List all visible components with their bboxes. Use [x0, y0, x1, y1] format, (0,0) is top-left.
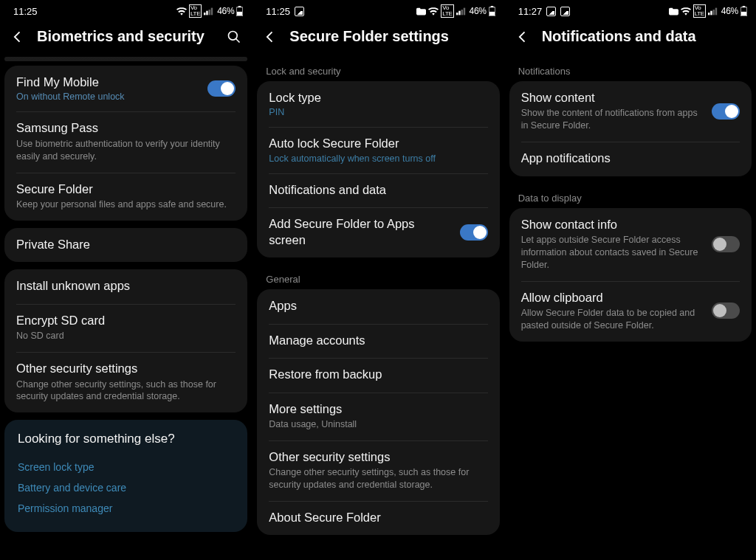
status-time: 11:25 — [266, 6, 290, 17]
row-title: Private Share — [16, 237, 236, 252]
row-title: Encrypt SD card — [16, 313, 236, 328]
toggle-show-content[interactable] — [712, 103, 740, 120]
svg-rect-10 — [461, 10, 462, 15]
row-secure-folder[interactable]: Secure Folder Keep your personal files a… — [4, 173, 247, 221]
row-more-settings[interactable]: More settings Data usage, Uninstall — [257, 393, 499, 440]
volte-icon: VoLTE — [693, 4, 706, 18]
screen-biometrics-security: 11:25 VoLTE 46% Biometrics and security … — [0, 0, 252, 560]
row-title: Find My Mobile — [16, 75, 196, 90]
row-show-content[interactable]: Show content Show the content of notific… — [509, 81, 752, 142]
svg-rect-14 — [489, 12, 495, 15]
back-icon[interactable] — [515, 30, 530, 44]
row-other-security-settings[interactable]: Other security settings Change other sec… — [257, 440, 499, 501]
row-install-unknown-apps[interactable]: Install unknown apps — [4, 269, 247, 303]
suggestions-card: Looking for something else? Screen lock … — [4, 420, 247, 532]
row-title: Restore from backup — [269, 367, 487, 382]
volte-icon: VoLTE — [189, 4, 202, 18]
row-samsung-pass[interactable]: Samsung Pass Use biometric authenticatio… — [4, 111, 247, 172]
secure-folder-status-icon — [669, 7, 678, 15]
suggestions-heading: Looking for something else? — [18, 432, 234, 446]
row-subtitle: Let apps outside Secure Folder access in… — [521, 234, 700, 272]
row-private-share[interactable]: Private Share — [4, 228, 247, 262]
link-battery-device-care[interactable]: Battery and device care — [18, 477, 234, 498]
header: Secure Folder settings — [252, 21, 504, 57]
page-title: Notifications and data — [542, 28, 746, 45]
row-title: Samsung Pass — [16, 120, 236, 136]
picture-icon — [295, 7, 304, 16]
row-title: Apps — [269, 298, 487, 314]
link-screen-lock-type[interactable]: Screen lock type — [18, 457, 234, 477]
svg-rect-0 — [204, 13, 205, 15]
status-bar: 11:27 VoLTE 46% — [505, 0, 756, 21]
page-title: Biometrics and security — [37, 28, 215, 45]
wifi-icon — [176, 7, 187, 15]
row-find-my-mobile[interactable]: Find My Mobile On without Remote unlock — [4, 66, 247, 111]
row-title: Install unknown apps — [16, 278, 236, 294]
back-icon[interactable] — [10, 30, 25, 44]
svg-point-7 — [229, 31, 238, 40]
row-title: App notifications — [521, 151, 740, 166]
category-label: General — [252, 265, 504, 289]
row-manage-accounts[interactable]: Manage accounts — [257, 324, 499, 358]
row-auto-lock[interactable]: Auto lock Secure Folder Lock automatical… — [257, 127, 499, 173]
row-title: Show contact info — [521, 217, 700, 232]
signal-icon — [456, 7, 466, 15]
row-other-security-settings[interactable]: Other security settings Change other sec… — [4, 352, 247, 412]
settings-group: Install unknown apps Encrypt SD card No … — [4, 269, 247, 412]
signal-icon — [204, 7, 213, 15]
row-restore-backup[interactable]: Restore from backup — [257, 358, 499, 392]
row-title: Show content — [521, 90, 700, 106]
toggle-add-to-apps[interactable] — [460, 224, 488, 241]
search-icon[interactable] — [227, 30, 241, 44]
picture-icon — [560, 7, 570, 16]
status-time: 11:25 — [13, 6, 38, 17]
battery-icon — [236, 6, 243, 16]
battery-percent: 46% — [470, 6, 487, 16]
row-title: Lock type — [269, 90, 487, 106]
volte-icon: VoLTE — [441, 4, 453, 18]
row-lock-type[interactable]: Lock type PIN — [257, 81, 499, 127]
row-subtitle: Allow Secure Folder data to be copied an… — [521, 307, 700, 332]
svg-rect-2 — [209, 10, 210, 15]
row-add-to-apps-screen[interactable]: Add Secure Folder to Apps screen — [257, 207, 499, 257]
row-show-contact-info[interactable]: Show contact info Let apps outside Secur… — [509, 208, 752, 281]
row-about-secure-folder[interactable]: About Secure Folder — [257, 501, 499, 535]
signal-icon — [708, 7, 718, 15]
svg-rect-3 — [211, 7, 213, 15]
svg-rect-15 — [708, 13, 709, 15]
row-subtitle: No SD card — [16, 330, 236, 342]
row-subtitle: On without Remote unlock — [16, 91, 196, 102]
row-title: Notifications and data — [269, 182, 487, 198]
row-title: Auto lock Secure Folder — [269, 136, 487, 151]
row-subtitle: Use biometric authentication to verify y… — [16, 138, 236, 163]
row-app-notifications[interactable]: App notifications — [509, 142, 752, 176]
screen-notifications-and-data: 11:27 VoLTE 46% Notifications and data N… — [504, 0, 756, 560]
page-title: Secure Folder settings — [289, 28, 493, 45]
battery-percent: 46% — [721, 6, 738, 16]
svg-rect-6 — [237, 12, 242, 15]
toggle-allow-clipboard[interactable] — [712, 303, 740, 319]
header: Biometrics and security — [0, 21, 252, 57]
row-subtitle: Change other security settings, such as … — [269, 466, 487, 491]
link-permission-manager[interactable]: Permission manager — [18, 498, 234, 519]
svg-rect-1 — [206, 10, 207, 15]
row-subtitle: Lock automatically when screen turns off — [269, 153, 487, 164]
status-bar: 11:25 VoLTE 46% — [0, 0, 252, 21]
svg-rect-9 — [458, 10, 460, 15]
row-encrypt-sd-card[interactable]: Encrypt SD card No SD card — [4, 304, 247, 352]
toggle-show-contact-info[interactable] — [712, 236, 740, 252]
battery-percent: 46% — [217, 6, 234, 16]
settings-group-lock: Lock type PIN Auto lock Secure Folder Lo… — [257, 81, 499, 257]
category-label: Notifications — [505, 57, 756, 81]
battery-icon — [740, 6, 747, 16]
row-subtitle: Keep your personal files and apps safe a… — [16, 198, 236, 211]
row-notifications-data[interactable]: Notifications and data — [257, 173, 499, 207]
wifi-icon — [428, 7, 439, 15]
toggle-find-my-mobile[interactable] — [207, 80, 236, 97]
back-icon[interactable] — [263, 30, 278, 44]
row-title: More settings — [269, 401, 487, 417]
row-apps[interactable]: Apps — [257, 289, 499, 323]
svg-rect-16 — [710, 10, 712, 15]
row-allow-clipboard[interactable]: Allow clipboard Allow Secure Folder data… — [509, 281, 752, 342]
secure-folder-status-icon — [416, 7, 426, 15]
